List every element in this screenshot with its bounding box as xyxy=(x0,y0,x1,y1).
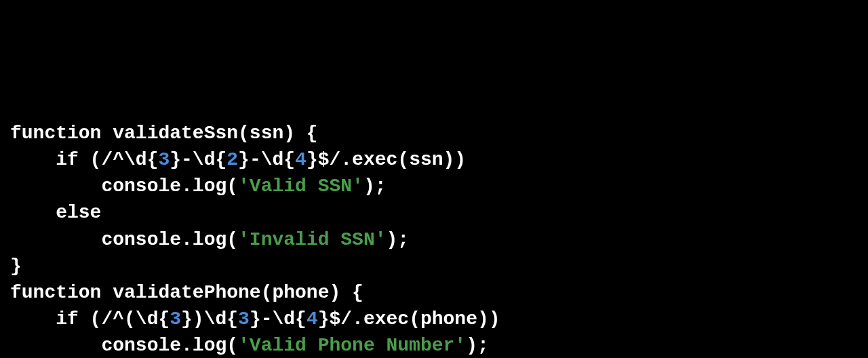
code-token: else xyxy=(56,202,101,223)
code-token: }$/.exec(phone)) xyxy=(318,309,500,330)
code-line: console.log('Invalid SSN'); xyxy=(10,226,858,253)
code-token: ); xyxy=(363,176,387,197)
number-literal: 4 xyxy=(295,149,307,170)
number-literal: 2 xyxy=(226,149,238,170)
code-line: } xyxy=(10,253,858,279)
code-token: }-\d{ xyxy=(170,149,226,170)
code-token: }-\d{ xyxy=(238,149,295,170)
code-token: })\d{ xyxy=(181,309,238,330)
code-line: console.log('Valid Phone Number'); xyxy=(10,332,858,358)
code-line: function validateSsn(ssn) { xyxy=(10,120,858,146)
code-line: else xyxy=(10,199,858,226)
code-block: function validateSsn(ssn) {if (/^\d{3}-\… xyxy=(10,120,858,358)
code-line: function validatePhone(phone) { xyxy=(10,279,858,306)
number-literal: 3 xyxy=(170,309,181,330)
code-line: if (/^\d{3}-\d{2}-\d{4}$/.exec(ssn)) xyxy=(10,146,858,173)
number-literal: 4 xyxy=(307,309,318,330)
code-token: console.log( xyxy=(101,335,238,356)
code-line: console.log('Valid SSN'); xyxy=(10,173,858,199)
code-token: function validateSsn(ssn) { xyxy=(10,123,318,144)
code-token: if (/^(\d{ xyxy=(56,309,170,330)
code-token: console.log( xyxy=(101,229,238,250)
string-literal: 'Valid Phone Number' xyxy=(238,335,466,356)
code-token: function validatePhone(phone) { xyxy=(10,282,363,303)
code-token: } xyxy=(10,256,22,277)
number-literal: 3 xyxy=(238,309,250,330)
code-token: if (/^\d{ xyxy=(56,149,158,170)
code-line: if (/^(\d{3})\d{3}-\d{4}$/.exec(phone)) xyxy=(10,306,858,332)
code-token: ); xyxy=(466,335,489,356)
number-literal: 3 xyxy=(158,149,170,170)
string-literal: 'Valid SSN' xyxy=(238,176,363,197)
code-token: }$/.exec(ssn)) xyxy=(307,149,466,170)
string-literal: 'Invalid SSN' xyxy=(238,229,386,250)
code-token: }-\d{ xyxy=(250,309,307,330)
code-token: ); xyxy=(387,229,410,250)
code-token: console.log( xyxy=(101,176,238,197)
